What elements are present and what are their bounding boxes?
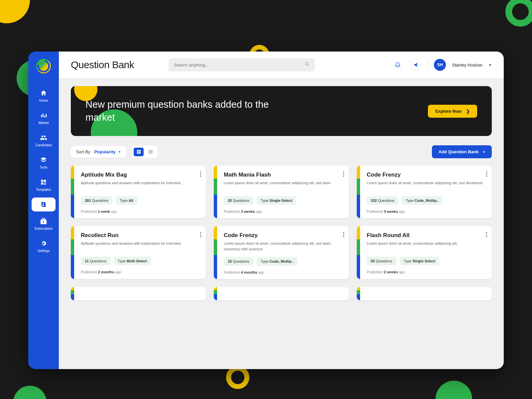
sidebar-item-label: Candidates: [35, 143, 52, 147]
questions-count-tag: 332 Questions: [367, 196, 398, 205]
view-toggle: [132, 146, 158, 158]
card-title: Recollect Run: [81, 232, 199, 239]
card-description: Lorem ipsum dolor sit amet, consectetuer…: [367, 180, 485, 191]
chevron-right-icon: ❯: [466, 109, 470, 114]
app-window: Home Market Candidates Tests Templates S…: [28, 52, 504, 369]
add-question-bank-button[interactable]: Add Question Bank +: [432, 145, 492, 158]
question-bank-card[interactable]: Math Mania Flash Lorem ipsum dolor sit a…: [214, 166, 349, 218]
question-bank-card[interactable]: Aptitude Mix Bag Aptitude questions and …: [71, 166, 206, 218]
card-body: Code Frenzy Lorem ipsum dolor sit amet, …: [360, 166, 492, 218]
sidebar-item-label: Settings: [38, 249, 50, 253]
sidebar-item-templates[interactable]: Templates: [32, 175, 56, 195]
card-stripe: [357, 226, 360, 279]
add-button-label: Add Question Bank: [439, 149, 479, 154]
sort-control[interactable]: Sort By Popularity ▼: [71, 146, 126, 158]
main-area: New premium question banks added to the …: [59, 78, 504, 369]
card-title: Flash Round All: [367, 232, 485, 239]
svg-point-0: [306, 63, 308, 65]
svg-rect-2: [137, 150, 139, 152]
card-tags: 10 Questions Type Code, Multip..: [224, 257, 342, 266]
card-stripe: [71, 226, 74, 279]
svg-rect-5: [139, 152, 141, 154]
question-bank-card[interactable]: Flash Round All Lorem ipsum dolor sit am…: [357, 226, 492, 279]
question-bank-card-stub: [357, 287, 492, 300]
sidebar-item-settings[interactable]: Settings: [32, 236, 56, 256]
app-logo[interactable]: [36, 59, 51, 73]
card-title: Math Mania Flash: [224, 172, 342, 178]
promo-banner: New premium question banks added to the …: [71, 86, 492, 136]
bg-decoration: [436, 381, 472, 399]
card-menu-button[interactable]: [343, 232, 344, 237]
sidebar-item-candidates[interactable]: Candidates: [32, 131, 56, 150]
question-bank-card-stub: [71, 287, 206, 300]
page-title: Question Bank: [71, 59, 134, 70]
sidebar-item-subscription[interactable]: Subscription: [32, 214, 56, 234]
card-published: Published 3 weeks ago: [367, 209, 485, 213]
search-input-wrapper[interactable]: [169, 58, 315, 71]
chevron-down-icon[interactable]: ▼: [488, 63, 492, 67]
card-body: Code Frenzy Lorem ipsum dolor sit amet, …: [217, 226, 349, 279]
card-menu-button[interactable]: [486, 232, 487, 237]
svg-point-8: [149, 152, 150, 153]
chevron-down-icon: ▼: [118, 150, 121, 154]
user-avatar[interactable]: SH: [434, 59, 446, 71]
card-title: Aptitude Mix Bag: [81, 172, 199, 178]
card-title: Code Frenzy: [367, 172, 485, 178]
card-published: Published 2 months ago: [81, 270, 199, 274]
send-button[interactable]: [410, 59, 422, 71]
card-stripe: [214, 166, 217, 218]
question-bank-card[interactable]: Code Frenzy Lorem ipsum dolor sit amet, …: [357, 166, 492, 218]
card-menu-button[interactable]: [200, 172, 201, 177]
card-body: Math Mania Flash Lorem ipsum dolor sit a…: [217, 166, 349, 218]
type-tag: Type Code, Multip..: [257, 257, 298, 266]
card-stripe: [357, 166, 360, 218]
card-published: Published 2 weeks ago: [367, 270, 485, 274]
card-body: Recollect Run Aptitude questions and ans…: [74, 226, 206, 279]
sidebar: Home Market Candidates Tests Templates S…: [28, 52, 59, 369]
questions-count-tag: 281 Questions: [81, 196, 112, 205]
sort-value-text: Popularity: [94, 149, 116, 154]
toolbar: Sort By Popularity ▼ Add Question Bank: [71, 145, 492, 158]
question-bank-card[interactable]: Recollect Run Aptitude questions and ans…: [71, 226, 206, 279]
card-menu-button[interactable]: [200, 232, 201, 237]
svg-line-1: [308, 65, 309, 66]
sort-label: Sort By: [76, 149, 90, 154]
search-icon: [305, 62, 310, 68]
card-description: Aptitude questions and answers with expl…: [81, 180, 199, 191]
type-tag: Type Single Select: [400, 257, 439, 265]
type-tag: Type Code, Multip..: [402, 196, 443, 205]
bg-decoration: [0, 0, 30, 23]
question-bank-card[interactable]: Code Frenzy Lorem ipsum dolor sit amet, …: [214, 226, 349, 279]
plus-icon: +: [482, 149, 485, 154]
sidebar-item-market[interactable]: Market: [32, 108, 56, 128]
candidates-icon: [40, 134, 47, 141]
list-view-button[interactable]: [146, 148, 156, 156]
card-menu-button[interactable]: [486, 172, 487, 177]
market-icon: [40, 112, 47, 119]
card-title: Code Frenzy: [224, 232, 342, 239]
card-published: Published 1 week ago: [81, 209, 199, 213]
card-menu-button[interactable]: [343, 172, 344, 177]
templates-icon: [40, 179, 47, 186]
card-published: Published 4 months ago: [224, 270, 342, 274]
sidebar-item-home[interactable]: Home: [32, 86, 56, 106]
sidebar-item-tests[interactable]: Tests: [32, 153, 56, 173]
notifications-button[interactable]: [392, 59, 404, 71]
svg-rect-9: [150, 152, 153, 152]
type-tag: Type Multi Select: [114, 257, 151, 265]
sort-value[interactable]: Popularity ▼: [94, 149, 121, 154]
question-bank-card-stub: [214, 287, 349, 300]
svg-rect-3: [139, 150, 141, 152]
explore-now-button[interactable]: Explore Now ❯: [428, 105, 477, 118]
search-input[interactable]: [174, 63, 305, 67]
svg-rect-4: [137, 152, 139, 154]
svg-rect-11: [150, 153, 153, 153]
questions-count-tag: 11 Questions: [81, 257, 110, 265]
grid-view-button[interactable]: [134, 148, 144, 156]
subscription-icon: [40, 217, 47, 225]
sidebar-item-label: Subscription: [34, 227, 53, 230]
card-published: Published 3 weeks ago: [224, 209, 342, 213]
sidebar-item-question-bank[interactable]: [32, 198, 56, 211]
card-tags: 20 Questions Type Single Select: [224, 196, 342, 205]
list-icon: [148, 149, 153, 154]
